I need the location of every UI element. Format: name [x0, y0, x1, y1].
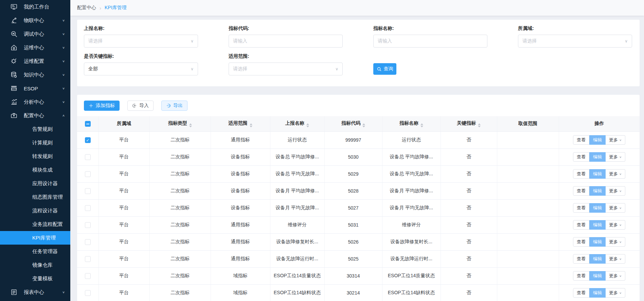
sidebar-item-esop[interactable]: ESOP ESOP ∨: [0, 82, 70, 95]
breadcrumb-current[interactable]: KPI库管理: [105, 5, 127, 11]
sidebar-item-app-designer[interactable]: 应用设计器: [0, 177, 70, 190]
sort-icon[interactable]: [189, 123, 192, 127]
import-button[interactable]: 导入: [127, 101, 154, 111]
cell-code: 5027: [324, 199, 382, 216]
edit-button[interactable]: 编辑: [589, 288, 606, 298]
row-checkbox[interactable]: [85, 239, 91, 245]
row-checkbox[interactable]: [85, 154, 91, 160]
sidebar-item-biz-flow-config[interactable]: 业务流程配置: [0, 217, 70, 231]
more-button[interactable]: 更多∨: [606, 288, 625, 298]
view-button[interactable]: 查看: [573, 288, 589, 298]
sidebar-item-scada-gallery[interactable]: 组态图库管理: [0, 190, 70, 204]
sidebar-item-report-center[interactable]: 报表中心 ∨: [0, 285, 70, 299]
chevron-down-icon: ∨: [619, 241, 622, 244]
col-code: 指标代码: [324, 116, 382, 131]
row-checkbox[interactable]: [85, 222, 91, 228]
more-button[interactable]: 更多∨: [606, 271, 625, 281]
cell-key: 否: [441, 165, 497, 182]
cell-code: 5026: [324, 233, 382, 250]
edit-button[interactable]: 编辑: [589, 135, 606, 145]
edit-button[interactable]: 编辑: [589, 271, 606, 281]
sidebar-item-task-manager[interactable]: 任务管理器: [0, 245, 70, 258]
view-button[interactable]: 查看: [573, 169, 589, 179]
sidebar-item-image-repo[interactable]: 镜像仓库: [0, 258, 70, 272]
edit-button[interactable]: 编辑: [589, 203, 606, 213]
more-button[interactable]: 更多∨: [606, 152, 625, 162]
cell-type: 二次指标: [149, 148, 211, 165]
sidebar-item-ops[interactable]: 运维中心 ∨: [0, 41, 70, 54]
cell-key: 否: [441, 182, 497, 199]
sort-icon[interactable]: [421, 123, 423, 127]
sidebar-item-config-center[interactable]: 配置中心 ∧: [0, 109, 70, 122]
sort-icon[interactable]: [478, 123, 481, 127]
search-button[interactable]: 查询: [373, 63, 396, 75]
view-button[interactable]: 查看: [573, 237, 589, 247]
sidebar-item-flow-designer[interactable]: 流程设计器: [0, 204, 70, 217]
breadcrumb-parent[interactable]: 配置中心: [77, 5, 96, 11]
is-key-select[interactable]: 全部 ∨: [84, 63, 198, 75]
row-checkbox[interactable]: [85, 188, 91, 194]
sidebar-item-analysis[interactable]: 分析中心 ∨: [0, 95, 70, 109]
sidebar-item-calc-rules[interactable]: 计算规则: [0, 136, 70, 149]
view-button[interactable]: 查看: [573, 135, 589, 145]
row-checkbox[interactable]: [85, 205, 91, 211]
cell-domain: 平台: [99, 216, 149, 233]
indicator-code-input[interactable]: 请输入: [229, 35, 343, 48]
sidebar-item-ops-config[interactable]: 运维配置 ∨: [0, 54, 70, 68]
domain-select[interactable]: 请选择 ∨: [518, 35, 632, 48]
cell-type: 二次指标: [149, 182, 211, 199]
scope-select[interactable]: 请选择 ∨: [229, 63, 343, 75]
sidebar-item-knowledge[interactable]: 知识中心 ∨: [0, 68, 70, 82]
edit-button[interactable]: 编辑: [589, 220, 606, 230]
edit-button[interactable]: 编辑: [589, 186, 606, 196]
sidebar: 我的工作台 物联中心 ∨ 调试中心 ∨ 运维中心 ∨ 运维配置 ∨ 知识中心 ∨: [0, 0, 70, 301]
edit-button[interactable]: 编辑: [589, 169, 606, 179]
sidebar-item-label: 配置中心: [24, 112, 44, 119]
table-row: 平台 二次指标 域指标 ESOP工位14缺料状态 30214 ESOP工位14缺…: [77, 284, 640, 301]
more-button[interactable]: 更多∨: [606, 186, 625, 196]
more-button[interactable]: 更多∨: [606, 220, 625, 230]
row-checkbox[interactable]: [85, 171, 91, 177]
report-name-select[interactable]: 请选择 ∨: [84, 35, 198, 48]
view-button[interactable]: 查看: [573, 186, 589, 196]
view-button[interactable]: 查看: [573, 271, 589, 281]
sidebar-item-debug[interactable]: 调试中心 ∨: [0, 27, 70, 41]
view-button[interactable]: 查看: [573, 220, 589, 230]
row-checkbox[interactable]: [85, 256, 91, 262]
view-button[interactable]: 查看: [573, 254, 589, 264]
cell-actions: 查看 编辑 更多∨: [559, 182, 640, 199]
cell-name: 设备月 平均无故障...: [382, 199, 441, 216]
edit-button[interactable]: 编辑: [589, 237, 606, 247]
more-button[interactable]: 更多∨: [606, 203, 625, 213]
row-checkbox[interactable]: [85, 290, 91, 296]
cell-report-name: 设备无故障运行时...: [270, 250, 324, 267]
sort-icon[interactable]: [306, 123, 309, 127]
more-button[interactable]: 更多∨: [606, 135, 625, 145]
indicator-name-input[interactable]: 请输入: [373, 35, 487, 48]
more-button[interactable]: 更多∨: [606, 169, 625, 179]
more-button[interactable]: 更多∨: [606, 237, 625, 247]
view-button[interactable]: 查看: [573, 203, 589, 213]
sort-icon[interactable]: [362, 123, 365, 127]
row-checkbox[interactable]: [85, 137, 91, 143]
add-indicator-button[interactable]: 添加指标: [84, 101, 120, 111]
sidebar-item-kpi-library[interactable]: KPI库管理: [0, 231, 70, 245]
edit-button[interactable]: 编辑: [589, 152, 606, 162]
sort-icon[interactable]: [250, 123, 252, 127]
more-button[interactable]: 更多∨: [606, 254, 625, 264]
sidebar-item-alarm-rules[interactable]: 告警规则: [0, 122, 70, 136]
edit-button[interactable]: 编辑: [589, 254, 606, 264]
iot-icon: [10, 17, 18, 24]
chevron-down-icon: ∨: [619, 139, 622, 142]
table-toolbar: 添加指标 导入 导出: [77, 95, 640, 116]
select-all-checkbox[interactable]: [85, 121, 91, 127]
row-checkbox[interactable]: [85, 273, 91, 279]
cell-key: 否: [441, 131, 497, 148]
sidebar-item-workbench[interactable]: 我的工作台: [0, 0, 70, 14]
sidebar-item-module-gen[interactable]: 模块生成: [0, 163, 70, 177]
sidebar-item-iot[interactable]: 物联中心 ∨: [0, 14, 70, 27]
export-button[interactable]: 导出: [161, 101, 187, 111]
view-button[interactable]: 查看: [573, 152, 589, 162]
sidebar-item-forward-rules[interactable]: 转发规则: [0, 149, 70, 163]
sidebar-item-var-template[interactable]: 变量模板: [0, 272, 70, 285]
